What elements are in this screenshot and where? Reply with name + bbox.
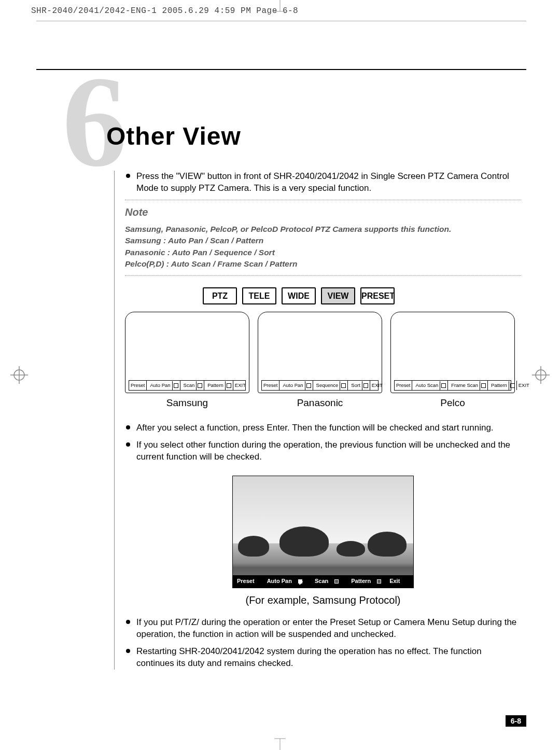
- osd-cell: Preset: [129, 381, 147, 390]
- osd-cell-active: Auto Pan✓: [259, 577, 306, 585]
- checkbox-icon: [174, 383, 178, 388]
- crop-mark-top: [272, 0, 288, 16]
- preview-row: Preset Auto Pan Scan Pattern EXIT Samsun…: [125, 312, 521, 410]
- screenshot-image-trees: [233, 525, 413, 557]
- note-line: Panasonic : Auto Pan / Sequence / Sort: [125, 247, 521, 258]
- example-screenshot-wrap: Preset Auto Pan✓ Scan Pattern Exit: [232, 476, 414, 588]
- checkbox-icon: [198, 383, 202, 388]
- preview-label: Panasonic: [258, 396, 382, 410]
- osd-cell: Sort: [348, 381, 370, 390]
- preview-osd-bar: Preset Auto Pan Sequence Sort EXIT: [261, 380, 379, 391]
- osd-cell: EXIT: [233, 381, 247, 390]
- note-line: Samsung, Panasonic, PelcoP, or PelcoD Pr…: [125, 224, 521, 235]
- osd-cell: EXIT: [517, 381, 531, 390]
- note-body: Samsung, Panasonic, PelcoP, or PelcoD Pr…: [125, 224, 521, 270]
- preview-screen: Preset Auto Pan Scan Pattern EXIT: [125, 312, 249, 393]
- chapter-title: Other View: [106, 122, 241, 150]
- body-bullet: Restarting SHR-2040/2041/2042 system dur…: [125, 646, 521, 670]
- screenshot-caption: (For example, Samsung Protocol): [125, 593, 521, 607]
- dotted-divider: [125, 200, 521, 200]
- dotted-divider: [125, 275, 521, 276]
- preview-panasonic: Preset Auto Pan Sequence Sort EXIT Panas…: [258, 312, 382, 410]
- osd-cell: Auto Scan: [412, 381, 448, 390]
- osd-cell: Pattern: [204, 381, 233, 390]
- osd-cell: Preset: [233, 577, 259, 585]
- intro-bullet: Press the "VIEW" button in front of SHR-…: [125, 171, 521, 195]
- checkbox-checked-icon: ✓: [298, 579, 302, 584]
- content-column: Press the "VIEW" button in front of SHR-…: [114, 171, 521, 670]
- checkbox-icon: [227, 383, 231, 388]
- ptz-button[interactable]: PTZ: [203, 287, 237, 305]
- note-line: Pelco(P,D) : Auto Scan / Frame Scan / Pa…: [125, 258, 521, 270]
- note-line: Samsung : Auto Pan / Scan / Pattern: [125, 235, 521, 246]
- example-screenshot: Preset Auto Pan✓ Scan Pattern Exit: [232, 476, 414, 588]
- preview-osd-bar: Preset Auto Pan Scan Pattern EXIT: [129, 380, 246, 391]
- page-body: 6 Other View Press the "VIEW" button in …: [36, 21, 526, 727]
- preview-screen: Preset Auto Pan Sequence Sort EXIT: [258, 312, 382, 393]
- wide-button[interactable]: WIDE: [282, 287, 316, 305]
- screenshot-osd-bar: Preset Auto Pan✓ Scan Pattern Exit: [233, 575, 413, 588]
- checkbox-icon: [341, 383, 346, 388]
- chapter-header: 6 Other View: [36, 75, 526, 169]
- preview-screen: Preset Auto Scan Frame Scan Pattern EXIT: [390, 312, 515, 393]
- osd-cell: Frame Scan: [448, 381, 488, 390]
- note-heading: Note: [125, 205, 521, 219]
- checkbox-icon: [306, 383, 311, 388]
- osd-cell: EXIT: [370, 381, 384, 390]
- button-row: PTZ TELE WIDE VIEW PRESET: [203, 287, 521, 305]
- body-bullet: After you select a function, press Enter…: [125, 422, 521, 434]
- osd-cell: Auto Pan: [279, 381, 313, 390]
- preset-button[interactable]: PRESET: [360, 287, 395, 305]
- tele-button[interactable]: TELE: [242, 287, 276, 305]
- crop-mark-bottom: [272, 734, 288, 750]
- registration-mark-left: [10, 366, 28, 384]
- osd-cell: Pattern: [343, 577, 385, 585]
- preview-label: Pelco: [390, 396, 515, 410]
- osd-cell: Preset: [262, 381, 279, 390]
- view-button[interactable]: VIEW: [321, 287, 355, 305]
- preview-samsung: Preset Auto Pan Scan Pattern EXIT Samsun…: [125, 312, 249, 410]
- print-header-slug: SHR-2040/2041/2042-ENG-1 2005.6.29 4:59 …: [31, 6, 298, 16]
- osd-cell: Preset: [395, 381, 412, 390]
- osd-cell: Pattern: [488, 381, 517, 390]
- page-number-badge: 6-8: [506, 715, 526, 727]
- osd-cell: Exit: [385, 577, 404, 585]
- checkbox-icon: [441, 383, 446, 388]
- registration-mark-right: [532, 366, 550, 384]
- checkbox-icon: [334, 579, 339, 584]
- preview-osd-bar: Preset Auto Scan Frame Scan Pattern EXIT: [394, 380, 511, 391]
- trim-line-top: [36, 21, 526, 27]
- osd-cell: Sequence: [313, 381, 348, 390]
- osd-cell: Scan: [306, 577, 343, 585]
- checkbox-icon: [377, 579, 381, 584]
- osd-cell: Auto Pan: [147, 381, 180, 390]
- preview-pelco: Preset Auto Scan Frame Scan Pattern EXIT…: [390, 312, 515, 410]
- checkbox-icon: [481, 383, 486, 388]
- checkbox-icon: [510, 383, 515, 388]
- preview-label: Samsung: [125, 396, 249, 410]
- body-bullet: If you put P/T/Z/ during the operation o…: [125, 617, 521, 641]
- checkbox-icon: [363, 383, 368, 388]
- body-bullet: If you select other function during the …: [125, 439, 521, 463]
- osd-cell: Scan: [180, 381, 205, 390]
